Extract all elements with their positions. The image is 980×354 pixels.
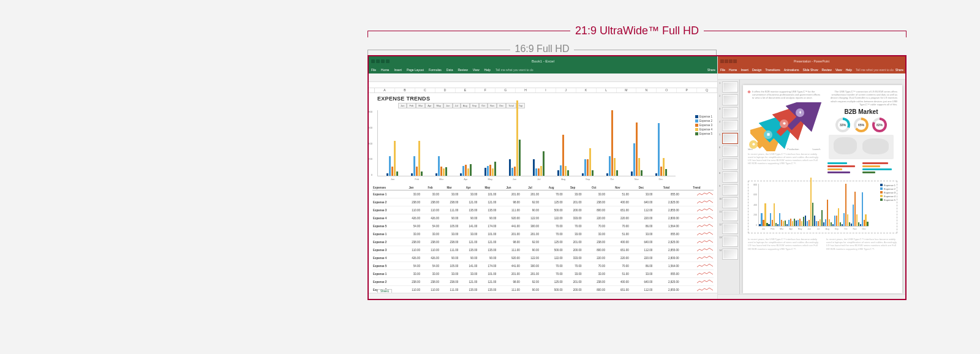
donut-2: 65%	[854, 118, 869, 132]
slide-editor[interactable]: It offers the B2B monitor supporting USB…	[740, 80, 905, 299]
b2b-title: B2B Market	[825, 108, 897, 115]
slide-thumb[interactable]: 14	[719, 249, 738, 260]
slide-bullet-text: It offers the B2B monitor supporting USB…	[752, 90, 821, 100]
tab-help[interactable]: Help	[484, 68, 491, 72]
right-lorem: The USB Type-C™ connection of LG BL95W s…	[825, 90, 897, 106]
ultrawide-label: 21:9 UltraWide™ Full HD	[368, 24, 907, 37]
svg-point-2	[783, 122, 785, 124]
excel-window: Book1 - Excel File Home Insert Page Layo…	[369, 56, 718, 299]
slide-thumb[interactable]: 2	[719, 94, 738, 105]
tab-home[interactable]: Home	[381, 68, 389, 72]
sheet-title: EXPENSE TRENDS	[369, 93, 717, 103]
tab-formulas[interactable]: Formulas	[429, 68, 442, 72]
excel-ribbon-tabs[interactable]: File Home Insert Page Layout Formulas Da…	[369, 66, 717, 73]
tell-me[interactable]: Tell me what you want to do	[856, 68, 894, 72]
comparison-labels: 21:9 UltraWide™ Full HD 16:9 Full HD	[368, 12, 907, 55]
world-map	[829, 135, 894, 159]
ec-bars: JanFebMarAprMayJunJulAugSepOctNovDec	[758, 184, 869, 227]
node-idea	[749, 140, 758, 149]
chart-legend: Expense 1Expense 2Expense 3Expense 4Expe…	[695, 115, 712, 137]
tab-insert[interactable]: Insert	[394, 68, 402, 72]
tab-animations[interactable]: Animations	[784, 68, 799, 72]
lorem-block-1: In recent years, the USB Type-C™ interfa…	[748, 153, 821, 165]
slide-thumb[interactable]: 4	[719, 120, 738, 131]
tab-design[interactable]: Design	[752, 68, 762, 72]
node-production	[780, 119, 788, 128]
ultrawide-text: 21:9 UltraWide™ Full HD	[570, 24, 704, 37]
fhd-label: 16:9 Full HD	[368, 43, 717, 55]
ppt-ribbon-tabs[interactable]: File Home Insert Design Transitions Anim…	[718, 66, 905, 73]
excel-chart[interactable]: JanFebMarAprMayJunJulAugSepOctNovDecTota…	[374, 103, 712, 183]
ppt-title: Presentation - PowerPoint	[794, 59, 829, 63]
tab-review[interactable]: Review	[822, 68, 832, 72]
powerpoint-window: Presentation - PowerPoint File Home Inse…	[718, 56, 905, 299]
arrow-infographic	[750, 102, 824, 151]
tab-file[interactable]: File	[720, 68, 725, 72]
tab-view[interactable]: View	[835, 68, 842, 72]
tab-page-layout[interactable]: Page Layout	[407, 68, 424, 72]
expense-table[interactable]: ExpensesJanFebMarAprMayJunJulAugSepOctNo…	[372, 185, 714, 299]
slide-thumb[interactable]: 3	[719, 107, 738, 118]
ppt-statusbar[interactable]	[718, 294, 905, 299]
ppt-qat[interactable]	[720, 59, 737, 63]
current-slide[interactable]: It offers the B2B monitor supporting USB…	[743, 85, 902, 293]
slide-thumb[interactable]: 7	[719, 159, 738, 170]
slide-thumb[interactable]: 5	[719, 133, 738, 144]
chart-bars: JanFebMarAprMayJunJulAugSepOctNovDec	[378, 110, 676, 176]
monitor-frame: Book1 - Excel File Home Insert Page Layo…	[368, 55, 907, 300]
chart-month-tabs[interactable]: JanFebMarAprMayJunJulAugSepOctNovDecTota…	[374, 103, 712, 108]
tab-view[interactable]: View	[473, 68, 480, 72]
excel-formula-bar[interactable]	[369, 82, 717, 88]
excel-titlebar[interactable]: Book1 - Excel	[369, 56, 717, 66]
donut-row: 32% 65% 82%	[825, 118, 897, 132]
tab-insert[interactable]: Insert	[741, 68, 748, 72]
bullet-icon	[747, 90, 751, 94]
chart-y-axis: 8006004002000	[369, 110, 372, 176]
slide-thumb[interactable]: 6	[719, 146, 738, 157]
tab-home[interactable]: Home	[729, 68, 737, 72]
slide-thumb[interactable]: 11	[719, 210, 738, 221]
tab-slideshow[interactable]: Slide Show	[803, 68, 818, 72]
excel-ribbon-body[interactable]	[369, 73, 717, 82]
tab-help[interactable]: Help	[846, 68, 852, 72]
svg-rect-1	[767, 133, 769, 135]
slide-thumb[interactable]: 9	[719, 184, 738, 195]
lorem-block-3: In recent years, the USB Type-C™ interfa…	[826, 238, 897, 250]
slide-thumb[interactable]: 13	[719, 236, 738, 247]
fhd-text: 16:9 Full HD	[510, 43, 575, 55]
node-launch	[796, 108, 804, 117]
tab-review[interactable]: Review	[458, 68, 467, 72]
excel-title: Book1 - Excel	[532, 59, 554, 63]
donut-1: 32%	[835, 118, 850, 132]
ppt-titlebar[interactable]: Presentation - PowerPoint	[718, 56, 905, 66]
slide-thumb[interactable]: 8	[719, 171, 738, 183]
ec-legend: Expense 1Expense 2Expense 3Expense 4Expe…	[880, 184, 895, 202]
lorem-block-2: In recent years, the USB Type-C™ interfa…	[748, 238, 819, 250]
share-button[interactable]: Share	[895, 68, 903, 72]
donut-3: 82%	[872, 118, 887, 132]
slide-thumb[interactable]: 10	[719, 197, 738, 208]
slide-thumb[interactable]: 12	[719, 223, 738, 234]
ppt-ribbon-body[interactable]	[718, 73, 905, 80]
hbar-charts	[827, 161, 895, 175]
excel-column-headers[interactable]: ABCDEFGHIJKLMNOPQ	[369, 88, 717, 93]
slide-thumbnails[interactable]: 1234567891011121314	[718, 80, 740, 299]
tab-data[interactable]: Data	[447, 68, 453, 72]
svg-point-0	[752, 143, 755, 145]
tab-file[interactable]: File	[371, 68, 376, 72]
node-project	[764, 130, 772, 139]
excel-qat[interactable]	[371, 59, 390, 63]
ec-y-axis: 8006004002000	[750, 184, 757, 227]
slide-bullet: It offers the B2B monitor supporting USB…	[748, 90, 821, 100]
slide-thumb[interactable]: 1	[719, 81, 738, 92]
tell-me[interactable]: Tell me what you want to do	[496, 68, 533, 72]
share-button[interactable]: Share	[707, 68, 715, 72]
tab-transitions[interactable]: Transitions	[766, 68, 780, 72]
embedded-chart[interactable]: 8006004002000 JanFebMarAprMayJunJulAugSe…	[748, 181, 897, 233]
excel-statusbar[interactable]	[369, 293, 717, 299]
